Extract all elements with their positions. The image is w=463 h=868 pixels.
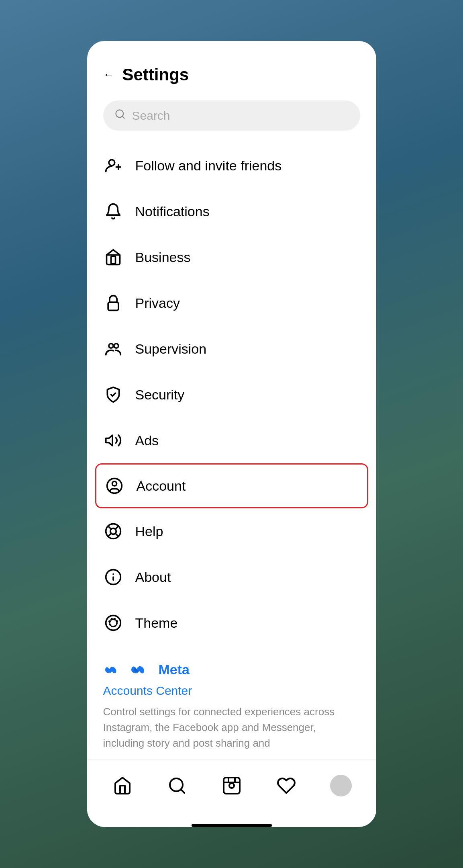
menu-label-account: Account bbox=[137, 478, 186, 494]
svg-point-30 bbox=[229, 783, 234, 788]
menu-label-supervision: Supervision bbox=[135, 341, 207, 357]
svg-marker-9 bbox=[106, 435, 112, 446]
menu-label-theme: Theme bbox=[135, 615, 178, 631]
menu-item-business[interactable]: Business bbox=[103, 234, 360, 280]
meta-logo-text: Meta bbox=[159, 662, 190, 678]
svg-line-16 bbox=[115, 526, 118, 529]
menu-item-help[interactable]: Help bbox=[103, 508, 360, 554]
meta-logo: Meta bbox=[103, 662, 360, 678]
lock-icon bbox=[103, 293, 123, 313]
search-icon bbox=[114, 108, 126, 123]
menu-item-account[interactable]: Account bbox=[95, 463, 368, 508]
megaphone-icon bbox=[103, 430, 123, 450]
nav-activity[interactable] bbox=[268, 772, 304, 800]
menu-label-security: Security bbox=[135, 387, 185, 403]
nav-reels[interactable] bbox=[214, 772, 250, 800]
menu-label-ads: Ads bbox=[135, 433, 159, 448]
menu-item-about[interactable]: About bbox=[103, 554, 360, 600]
menu-item-ads[interactable]: Ads bbox=[103, 418, 360, 463]
svg-point-8 bbox=[114, 344, 118, 348]
person-circle-icon bbox=[104, 476, 124, 496]
accounts-center-link[interactable]: Accounts Center bbox=[103, 684, 360, 698]
menu-label-privacy: Privacy bbox=[135, 295, 180, 311]
supervision-icon bbox=[103, 339, 123, 359]
nav-home[interactable] bbox=[104, 772, 141, 800]
add-person-icon bbox=[103, 156, 123, 176]
menu-item-supervision[interactable]: Supervision bbox=[103, 326, 360, 372]
svg-point-22 bbox=[109, 619, 116, 626]
search-bar[interactable]: Search bbox=[103, 100, 360, 131]
phone-container: ← Settings Search bbox=[87, 41, 376, 827]
header: ← Settings bbox=[87, 41, 376, 96]
shield-check-icon bbox=[103, 385, 123, 405]
svg-point-26 bbox=[116, 620, 118, 623]
svg-point-2 bbox=[109, 160, 115, 166]
menu-item-privacy[interactable]: Privacy bbox=[103, 280, 360, 326]
store-icon bbox=[103, 247, 123, 267]
svg-point-7 bbox=[109, 344, 113, 348]
svg-line-1 bbox=[122, 116, 124, 118]
meta-section: Meta Accounts Center Control settings fo… bbox=[87, 646, 376, 759]
page-title: Settings bbox=[122, 65, 189, 84]
profile-avatar bbox=[330, 775, 352, 796]
settings-content: ← Settings Search bbox=[87, 41, 376, 759]
menu-item-follow[interactable]: Follow and invite friends bbox=[103, 143, 360, 188]
meta-description: Control settings for connected experienc… bbox=[103, 704, 360, 751]
svg-point-24 bbox=[110, 618, 113, 620]
nav-profile[interactable] bbox=[323, 772, 359, 800]
bell-icon bbox=[103, 201, 123, 221]
menu-label-follow: Follow and invite friends bbox=[135, 158, 282, 174]
menu-list: Follow and invite friends Notifications bbox=[87, 143, 376, 646]
bottom-nav bbox=[87, 759, 376, 820]
menu-item-notifications[interactable]: Notifications bbox=[103, 188, 360, 234]
menu-label-help: Help bbox=[135, 524, 163, 539]
svg-point-23 bbox=[108, 620, 111, 623]
meta-infinity-logo bbox=[129, 663, 153, 677]
nav-search[interactable] bbox=[159, 772, 195, 800]
svg-rect-29 bbox=[224, 778, 240, 794]
search-input[interactable]: Search bbox=[132, 109, 170, 123]
menu-item-security[interactable]: Security bbox=[103, 372, 360, 418]
svg-line-17 bbox=[108, 533, 111, 536]
svg-rect-6 bbox=[108, 302, 118, 310]
svg-line-28 bbox=[181, 789, 184, 793]
lifebuoy-icon bbox=[103, 521, 123, 541]
svg-line-15 bbox=[115, 533, 118, 536]
menu-label-business: Business bbox=[135, 250, 191, 265]
palette-icon bbox=[103, 613, 123, 633]
info-circle-icon bbox=[103, 567, 123, 587]
svg-point-21 bbox=[106, 616, 120, 631]
back-button[interactable]: ← bbox=[103, 68, 114, 81]
menu-label-about: About bbox=[135, 569, 171, 585]
svg-rect-5 bbox=[111, 256, 115, 264]
home-indicator bbox=[192, 824, 272, 827]
svg-point-11 bbox=[112, 481, 116, 486]
svg-line-14 bbox=[108, 526, 111, 529]
menu-item-theme[interactable]: Theme bbox=[103, 600, 360, 646]
menu-label-notifications: Notifications bbox=[135, 204, 210, 219]
svg-point-25 bbox=[113, 618, 116, 620]
